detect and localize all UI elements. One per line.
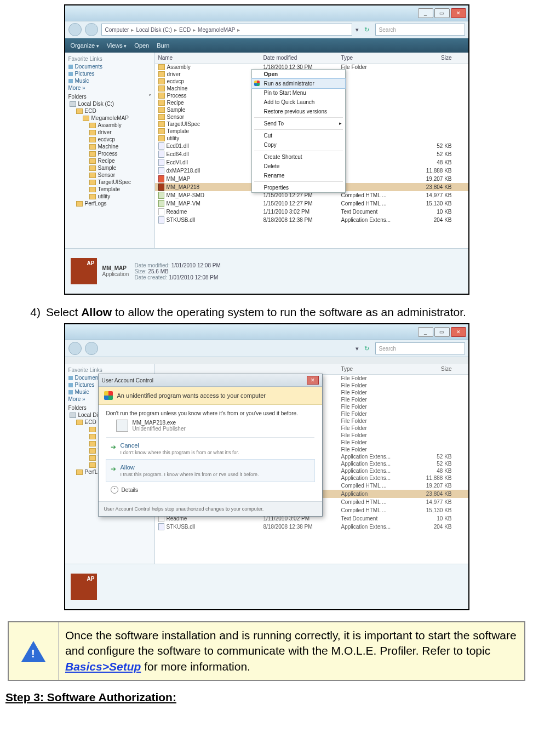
tree-item[interactable]: utility (67, 193, 152, 200)
ctx-pin-start[interactable]: Pin to Start Menu (252, 88, 345, 98)
tree-megamolemap[interactable]: MegamoleMAP (67, 114, 152, 122)
uac-title: User Account Control (102, 377, 154, 383)
ctx-open[interactable]: Open (252, 70, 345, 79)
file-icon (116, 420, 128, 432)
tree-item[interactable]: ecdvcp (67, 136, 152, 143)
file-row[interactable]: Readme1/11/2010 3:02 PMText Document10 K… (155, 208, 468, 216)
screenshot-1: _ ▭ ✕ Computer▸ Local Disk (C:)▸ ECD▸ Me… (64, 4, 469, 295)
window-titlebar: _ ▭ ✕ (65, 5, 468, 21)
folders-header[interactable]: Folders˅ (67, 91, 152, 100)
tree-item[interactable]: Machine (67, 143, 152, 150)
tree-item[interactable]: TargetUISpec (67, 179, 152, 186)
tree-item[interactable]: Sample (67, 164, 152, 171)
uac-banner: An unidentified program wants access to … (99, 387, 322, 405)
tree-item[interactable]: Assembly (67, 122, 152, 129)
tree-item[interactable]: Sensor (67, 171, 152, 179)
ctx-quick-launch[interactable]: Add to Quick Launch (252, 98, 345, 107)
context-menu: Open Run as administrator Pin to Start M… (251, 69, 346, 193)
uac-file-info: MM_MAP218.exe Unidentified Publisher (116, 420, 314, 432)
ctx-copy[interactable]: Copy (252, 140, 345, 150)
uac-footer: User Account Control helps stop unauthor… (99, 501, 322, 516)
breadcrumb-seg[interactable]: ECD (179, 27, 191, 33)
close-button[interactable]: ✕ (451, 8, 466, 18)
fav-pictures[interactable]: Pictures (67, 70, 152, 77)
address-bar: Computer▸ Local Disk (C:)▸ ECD▸ Megamole… (65, 21, 468, 38)
step-4-text: 4) Select Allow to allow the operating s… (25, 306, 528, 319)
tree-item[interactable]: Template (67, 186, 152, 193)
maximize-button[interactable]: ▭ (434, 327, 450, 337)
ctx-rename[interactable]: Rename (252, 171, 345, 180)
search-input[interactable]: Search (375, 342, 465, 354)
ctx-delete[interactable]: Delete (252, 162, 345, 171)
file-row[interactable]: MM_MAP-VM1/15/2010 12:27 PMCompiled HTML… (155, 199, 468, 208)
uac-warning: Don't run the program unless you know wh… (106, 410, 314, 416)
col-name[interactable]: Name (155, 54, 260, 62)
warning-triangle-icon (21, 641, 45, 662)
ctx-create-shortcut[interactable]: Create Shortcut (252, 152, 345, 162)
close-button[interactable]: ✕ (451, 327, 466, 337)
file-row[interactable]: STKUSB.dll8/18/2008 12:38 PMApplication … (155, 523, 468, 531)
address-bar: ▾↻ Search (65, 340, 468, 357)
col-size[interactable]: Size (410, 54, 455, 62)
uac-cancel-option[interactable]: ➔ Cancel I don't know where this program… (106, 437, 314, 460)
ctx-cut[interactable]: Cut (252, 131, 345, 140)
fav-music[interactable]: Music (67, 77, 152, 84)
toolbar: Organize Views Open Burn (65, 38, 468, 53)
burn-button[interactable]: Burn (157, 42, 169, 49)
arrow-icon: ➔ (111, 465, 116, 473)
minimize-button[interactable]: _ (418, 8, 433, 18)
screenshot-2: _ ▭ ✕ ▾↻ Search Favorite Links Documents… (64, 323, 469, 610)
uac-details-toggle[interactable]: ˅ Details (106, 482, 314, 498)
ctx-run-as-admin[interactable]: Run as administrator (251, 78, 346, 89)
chevron-down-icon: ˅ (111, 486, 118, 494)
column-headers[interactable]: Name Date modified Type Size (155, 53, 468, 64)
file-row[interactable]: STKUSB.dll8/18/2008 12:38 PMApplication … (155, 216, 468, 224)
navigation-pane: Favorite Links Documents Pictures Music … (65, 53, 155, 248)
tree-item[interactable]: driver (67, 129, 152, 136)
window-titlebar: _ ▭ ✕ (65, 324, 468, 340)
tree-item[interactable]: Recipe (67, 157, 152, 164)
app-icon (71, 258, 97, 284)
uac-dialog: User Account Control ✕ An unidentified p… (98, 374, 323, 517)
open-button[interactable]: Open (134, 42, 149, 49)
ctx-properties[interactable]: Properties (252, 183, 345, 192)
uac-close-button[interactable]: ✕ (307, 376, 319, 385)
tree-ecd[interactable]: ECD (67, 107, 152, 114)
step-3-heading: Step 3: Software Authorization: (5, 691, 528, 704)
info-icon (9, 622, 59, 680)
col-type[interactable]: Type (338, 54, 410, 62)
basics-setup-link[interactable]: Basics>Setup (65, 660, 141, 673)
ctx-send-to[interactable]: Send To▸ (252, 119, 345, 128)
organize-menu[interactable]: Organize (71, 42, 99, 49)
tree-item[interactable]: Process (67, 150, 152, 157)
minimize-button[interactable]: _ (418, 327, 433, 337)
fav-more[interactable]: More » (67, 84, 152, 91)
col-date[interactable]: Date modified (260, 54, 338, 62)
breadcrumb-seg[interactable]: Local Disk (C:) (136, 27, 172, 33)
ctx-restore[interactable]: Restore previous versions (252, 107, 345, 116)
arrow-icon: ➔ (111, 443, 116, 451)
tree-perflogs[interactable]: PerfLogs (67, 200, 152, 207)
details-name: MM_MAP (102, 265, 129, 271)
fav-links-header: Favorite Links (67, 55, 152, 63)
maximize-button[interactable]: ▭ (434, 8, 450, 18)
breadcrumb-seg[interactable]: Computer (105, 27, 129, 33)
uac-allow-option[interactable]: ➔ Allow I trust this program. I know whe… (106, 459, 315, 482)
views-menu[interactable]: Views (107, 42, 127, 49)
details-type: Application (102, 271, 129, 277)
details-pane: MM_MAP Application Date modified: 1/01/2… (65, 248, 468, 294)
info-text: Once the software installation and is ru… (59, 622, 524, 680)
app-icon (71, 574, 97, 600)
fav-documents[interactable]: Documents (67, 63, 152, 70)
back-button[interactable] (68, 23, 82, 36)
shield-icon (104, 391, 113, 400)
info-callout: Once the software installation and is ru… (8, 621, 525, 681)
back-button[interactable] (68, 342, 82, 355)
breadcrumb[interactable]: Computer▸ Local Disk (C:)▸ ECD▸ Megamole… (101, 24, 352, 36)
shield-icon (254, 81, 260, 86)
tree-drive[interactable]: Local Disk (C:) (67, 100, 152, 107)
forward-button[interactable] (85, 23, 98, 36)
breadcrumb-seg[interactable]: MegamoleMAP (198, 27, 235, 33)
forward-button[interactable] (85, 342, 98, 355)
search-input[interactable]: Search (375, 24, 465, 36)
